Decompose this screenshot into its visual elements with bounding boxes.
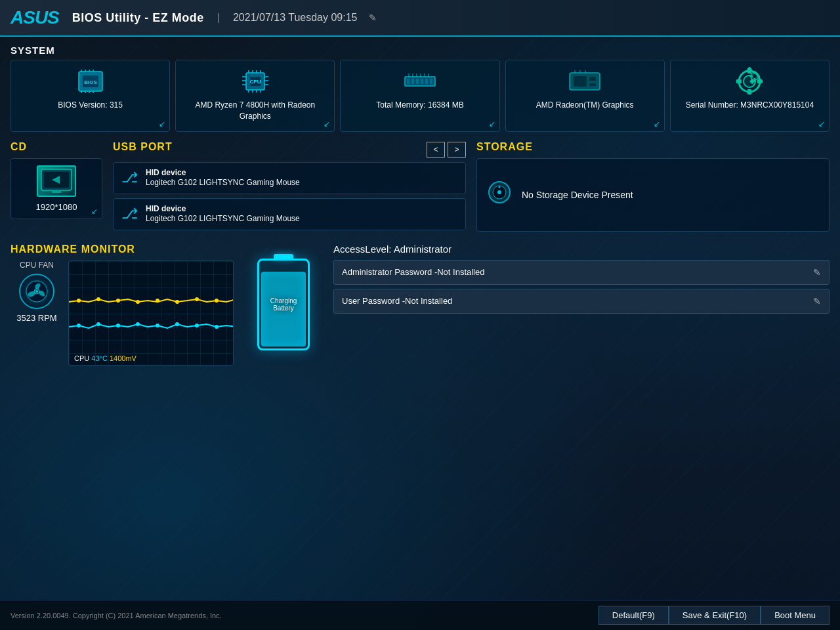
chart-info: CPU 43°C 1400mV — [74, 354, 136, 362]
svg-point-89 — [215, 325, 219, 329]
memory-card[interactable]: Total Memory: 16384 MB — [340, 60, 499, 132]
usb-device-2: ⎇ HID device Logitech G102 LIGHTSYNC Gam… — [113, 198, 466, 230]
hw-monitor-label: Hardware Monitor — [10, 243, 234, 255]
usb-nav: < > — [427, 142, 466, 158]
svg-rect-58 — [754, 71, 755, 74]
fan-rpm: 3523 RPM — [16, 313, 56, 323]
admin-password-row[interactable]: Administrator Password -Not Installed ✎ — [333, 260, 830, 285]
storage-card: No Storage Device Present — [476, 158, 830, 232]
storage-icon — [488, 180, 511, 209]
serial-card[interactable]: Serial Number: M3NRCX00Y815104 — [670, 60, 830, 132]
hw-monitor-content: CPU FAN 3523 — [10, 261, 234, 366]
middle-section: CD 1920*1080 USB Port — [10, 141, 830, 234]
svg-rect-43 — [589, 77, 596, 81]
usb-device-2-name: Logitech G102 LIGHTSYNC Gaming Mouse — [146, 213, 300, 224]
user-edit-icon[interactable]: ✎ — [813, 296, 821, 306]
header-date: 2021/07/13 Tuesday 09:15 — [233, 12, 358, 24]
header-divider: | — [217, 12, 220, 24]
access-header: AccessLevel: Administrator — [333, 243, 830, 255]
svg-point-87 — [175, 322, 179, 326]
svg-point-84 — [116, 324, 120, 327]
admin-edit-icon[interactable]: ✎ — [813, 267, 821, 278]
gpu-card[interactable]: AMD Radeon(TM) Graphics — [505, 60, 665, 132]
svg-point-85 — [136, 322, 140, 326]
admin-password-text: Administrator Password -Not Installed — [342, 267, 484, 277]
display-icon — [37, 165, 76, 197]
boot-menu-button[interactable]: Boot Menu — [761, 606, 830, 625]
access-section: AccessLevel: Administrator Administrator… — [333, 243, 830, 366]
cd-label: CD — [10, 141, 102, 153]
system-cards: BIOS BIOS Version: 315 — [10, 60, 830, 132]
svg-point-86 — [156, 324, 159, 327]
fan-label: CPU FAN — [20, 261, 54, 270]
svg-rect-34 — [430, 79, 432, 84]
storage-label: Storage — [476, 141, 830, 153]
footer-version: Version 2.20.0049. Copyright (C) 2021 Am… — [10, 612, 222, 620]
svg-point-68 — [499, 186, 501, 188]
chart-cyan-line — [69, 261, 233, 365]
usb-icon-2: ⎇ — [121, 205, 138, 222]
main-content: System BIOS — [0, 37, 840, 373]
usb-device-1: ⎇ HID device Logitech G102 LIGHTSYNC Gam… — [113, 162, 466, 194]
svg-text:CPU: CPU — [249, 79, 261, 85]
bios-card[interactable]: BIOS BIOS Version: 315 — [10, 60, 170, 132]
gpu-icon — [568, 68, 601, 94]
fan-info: CPU FAN 3523 — [10, 261, 63, 366]
memory-text: Total Memory: 16384 MB — [376, 100, 463, 111]
usb-label: USB Port — [113, 141, 173, 153]
svg-rect-52 — [736, 79, 742, 83]
svg-point-82 — [77, 324, 81, 327]
svg-rect-33 — [425, 79, 428, 84]
usb-device-1-type: HID device — [146, 168, 300, 177]
svg-text:BIOS: BIOS — [84, 79, 97, 85]
gear-icon — [733, 68, 766, 94]
usb-next-button[interactable]: > — [448, 142, 466, 158]
default-button[interactable]: Default(F9) — [598, 606, 669, 625]
edit-date-icon[interactable]: ✎ — [369, 12, 377, 23]
save-exit-button[interactable]: Save & Exit(F10) — [669, 606, 761, 625]
svg-point-67 — [497, 190, 501, 194]
battery-container: Charging Battery — [257, 259, 310, 350]
usb-header: USB Port < > — [113, 141, 466, 158]
battery-text: Charging Battery — [259, 297, 308, 312]
user-password-row[interactable]: User Password -Not Installed ✎ — [333, 289, 830, 314]
cpu-volt: 1400mV — [110, 354, 136, 362]
header: ASUS BIOS Utility - EZ Mode | 2021/07/13… — [0, 0, 840, 37]
usb-prev-button[interactable]: < — [427, 142, 445, 158]
serial-text: Serial Number: M3NRCX00Y815104 — [686, 100, 814, 111]
storage-section: Storage No Storage Device Present — [476, 141, 830, 234]
svg-rect-61 — [758, 75, 761, 77]
svg-rect-60 — [750, 75, 753, 77]
svg-point-71 — [35, 290, 38, 293]
svg-rect-30 — [411, 79, 414, 84]
svg-rect-31 — [416, 79, 419, 84]
svg-rect-29 — [407, 79, 410, 84]
display-resolution: 1920*1080 — [36, 202, 77, 212]
memory-icon — [404, 68, 436, 94]
cpu-card[interactable]: CPU — [175, 60, 335, 132]
usb-device-2-text: HID device Logitech G102 LIGHTSYNC Gamin… — [146, 204, 300, 224]
svg-rect-42 — [574, 76, 587, 87]
cpu-text: AMD Ryzen 7 4800H with Radeon Graphics — [182, 100, 327, 122]
bios-icon: BIOS — [74, 68, 107, 94]
user-password-text: User Password -Not Installed — [342, 296, 452, 306]
usb-device-1-name: Logitech G102 LIGHTSYNC Gaming Mouse — [146, 177, 300, 188]
footer: Version 2.20.0049. Copyright (C) 2021 Am… — [0, 600, 840, 630]
usb-icon-1: ⎇ — [121, 169, 138, 186]
svg-rect-44 — [589, 83, 596, 86]
system-section: System BIOS — [10, 45, 830, 132]
svg-point-88 — [195, 324, 199, 327]
bios-version-text: BIOS Version: 315 — [58, 100, 123, 111]
usb-device-1-text: HID device Logitech G102 LIGHTSYNC Gamin… — [146, 168, 300, 188]
access-level: Level: Administrator — [365, 243, 452, 255]
svg-point-83 — [96, 322, 100, 326]
hardware-monitor: Hardware Monitor CPU FAN — [10, 243, 234, 366]
svg-rect-64 — [52, 190, 61, 193]
svg-rect-51 — [747, 89, 751, 94]
footer-buttons: Default(F9) Save & Exit(F10) Boot Menu — [598, 606, 830, 625]
display-card[interactable]: 1920*1080 — [10, 158, 102, 219]
svg-rect-53 — [757, 79, 763, 83]
fan-icon — [19, 274, 54, 309]
battery-section: Charging Battery — [244, 243, 323, 366]
svg-rect-32 — [421, 79, 423, 84]
